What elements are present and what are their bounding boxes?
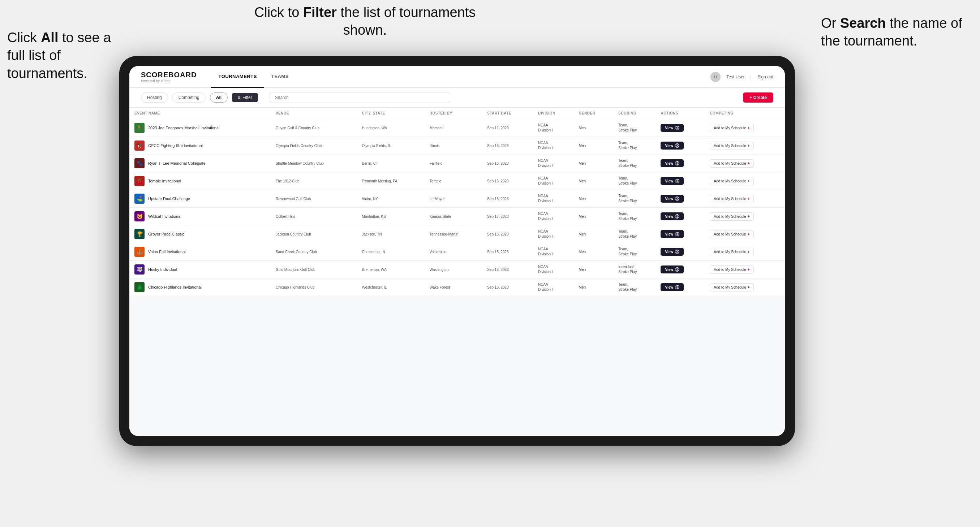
plus-icon: + <box>748 144 750 148</box>
tab-competing[interactable]: Competing <box>172 92 205 103</box>
cell-event-name: 🐾 Ryan T. Lee Memorial Collegiate <box>129 155 270 172</box>
tablet-screen: SCOREBOARD Powered by clippd TOURNAMENTS… <box>129 66 785 436</box>
main-nav: TOURNAMENTS TEAMS <box>211 66 710 88</box>
cell-start-date: Sep 17, 2023 <box>482 208 533 225</box>
cell-venue: The 1912 Club <box>270 172 357 190</box>
add-to-schedule-button[interactable]: Add to My Schedule + <box>710 213 753 221</box>
event-name: Ryan T. Lee Memorial Collegiate <box>148 161 205 165</box>
cell-scoring: Team,Stroke Play <box>613 278 655 296</box>
plus-icon: + <box>748 214 750 219</box>
cell-competing: Add to My Schedule + <box>705 278 785 296</box>
col-competing: COMPETING <box>705 108 785 119</box>
col-venue: VENUE <box>270 108 357 119</box>
nav-tab-tournaments[interactable]: TOURNAMENTS <box>211 66 264 88</box>
cell-competing: Add to My Schedule + <box>705 172 785 190</box>
cell-start-date: Sep 16, 2023 <box>482 172 533 190</box>
event-name: 2023 Joe Feaganes Marshall Invitational <box>148 126 220 130</box>
cell-competing: Add to My Schedule + <box>705 119 785 137</box>
user-name: Test User <box>726 75 745 79</box>
add-to-schedule-button[interactable]: Add to My Schedule + <box>710 177 753 185</box>
col-actions: ACTIONS <box>655 108 705 119</box>
create-button[interactable]: + Create <box>743 92 773 103</box>
view-button[interactable]: View ⓘ <box>660 195 684 203</box>
cell-gender: Men <box>574 278 613 296</box>
cell-gender: Men <box>574 172 613 190</box>
search-box <box>270 92 450 103</box>
sign-out-link[interactable]: Sign out <box>757 75 773 79</box>
cell-start-date: Sep 11, 2023 <box>482 119 533 137</box>
event-name: Grover Page Classic <box>148 232 185 236</box>
view-button[interactable]: View ⓘ <box>660 141 684 149</box>
filter-button[interactable]: ≡ Filter <box>232 93 258 102</box>
event-name: OFCC Fighting Illini Invitational <box>148 143 203 148</box>
view-button[interactable]: View ⓘ <box>660 177 684 185</box>
add-to-schedule-button[interactable]: Add to My Schedule + <box>710 195 753 203</box>
view-button[interactable]: View ⓘ <box>660 213 684 220</box>
nav-tab-teams[interactable]: TEAMS <box>264 66 296 88</box>
cell-scoring: Team,Stroke Play <box>613 208 655 225</box>
table-row: 🐾 Ryan T. Lee Memorial Collegiate Shuttl… <box>129 155 785 172</box>
team-logo: 🌲 <box>134 282 145 292</box>
cell-competing: Add to My Schedule + <box>705 190 785 208</box>
team-logo: 🏌 <box>134 123 145 133</box>
cell-actions: View ⓘ <box>655 119 705 137</box>
annotation-top-center: Click to Filter the list of tournaments … <box>253 3 477 40</box>
info-icon: ⓘ <box>675 143 679 148</box>
plus-icon: + <box>748 179 750 183</box>
cell-actions: View ⓘ <box>655 243 705 261</box>
cell-hosted-by: Washington <box>425 261 482 278</box>
table-row: 🐱 Wildcat Invitational Colbert Hills Man… <box>129 208 785 225</box>
cell-hosted-by: Illinois <box>425 137 482 155</box>
cell-actions: View ⓘ <box>655 208 705 225</box>
cell-event-name: ⛳ Upstate Dual Challenge <box>129 190 270 208</box>
cell-scoring: Team,Stroke Play <box>613 155 655 172</box>
cell-event-name: 🌲 Chicago Highlands Invitational <box>129 278 270 296</box>
cell-city-state: Chesterton, IN <box>357 243 425 261</box>
cell-venue: Sand Creek Country Club <box>270 243 357 261</box>
view-button[interactable]: View ⓘ <box>660 265 684 273</box>
cell-event-name: 🏌 2023 Joe Feaganes Marshall Invitationa… <box>129 119 270 137</box>
add-to-schedule-button[interactable]: Add to My Schedule + <box>710 265 753 274</box>
add-to-schedule-button[interactable]: Add to My Schedule + <box>710 230 753 238</box>
info-icon: ⓘ <box>675 232 679 236</box>
add-to-schedule-button[interactable]: Add to My Schedule + <box>710 159 753 168</box>
avatar: U <box>710 72 721 82</box>
cell-scoring: Team,Stroke Play <box>613 225 655 243</box>
cell-venue: Olympia Fields Country Club <box>270 137 357 155</box>
tab-hosting[interactable]: Hosting <box>141 92 168 103</box>
add-to-schedule-button[interactable]: Add to My Schedule + <box>710 248 753 256</box>
table-body: 🏌 2023 Joe Feaganes Marshall Invitationa… <box>129 119 785 296</box>
cell-gender: Men <box>574 261 613 278</box>
cell-gender: Men <box>574 155 613 172</box>
tab-all[interactable]: All <box>210 92 228 103</box>
cell-hosted-by: Tennessee-Martin <box>425 225 482 243</box>
cell-actions: View ⓘ <box>655 261 705 278</box>
view-button[interactable]: View ⓘ <box>660 230 684 238</box>
separator: | <box>751 75 752 79</box>
info-icon: ⓘ <box>675 179 679 183</box>
cell-gender: Men <box>574 119 613 137</box>
view-button[interactable]: View ⓘ <box>660 283 684 291</box>
table-row: 🏆 Grover Page Classic Jackson Country Cl… <box>129 225 785 243</box>
table-row: 🦅 OFCC Fighting Illini Invitational Olym… <box>129 137 785 155</box>
table-row: 🏌 2023 Joe Feaganes Marshall Invitationa… <box>129 119 785 137</box>
view-button[interactable]: View ⓘ <box>660 248 684 256</box>
cell-hosted-by: Wake Forest <box>425 278 482 296</box>
cell-scoring: Team,Stroke Play <box>613 172 655 190</box>
cell-city-state: Westchester, IL <box>357 278 425 296</box>
cell-hosted-by: Marshall <box>425 119 482 137</box>
add-to-schedule-button[interactable]: Add to My Schedule + <box>710 283 753 292</box>
cell-division: NCAADivision I <box>533 119 574 137</box>
view-button[interactable]: View ⓘ <box>660 159 684 167</box>
view-button[interactable]: View ⓘ <box>660 124 684 132</box>
cell-competing: Add to My Schedule + <box>705 261 785 278</box>
add-to-schedule-button[interactable]: Add to My Schedule + <box>710 124 753 132</box>
cell-scoring: Individual,Stroke Play <box>613 261 655 278</box>
tournaments-table: EVENT NAME VENUE CITY, STATE HOSTED BY S… <box>129 108 785 296</box>
search-input[interactable] <box>270 92 450 103</box>
cell-actions: View ⓘ <box>655 137 705 155</box>
cell-hosted-by: Temple <box>425 172 482 190</box>
annotation-top-left: Click All to see a full list of tourname… <box>7 29 130 83</box>
add-to-schedule-button[interactable]: Add to My Schedule + <box>710 141 753 150</box>
cell-competing: Add to My Schedule + <box>705 225 785 243</box>
